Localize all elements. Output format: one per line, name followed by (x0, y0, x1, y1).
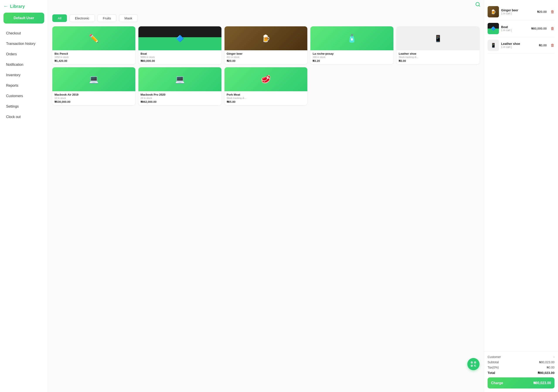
product-info: Boat 9986 in stock ₦80,000.00 (139, 50, 221, 64)
subtotal-row: Subtotal ₦80,023.00 (488, 360, 555, 364)
cart-item-name: Boat (501, 25, 529, 29)
product-stock: 24 in stock (140, 97, 219, 99)
product-price: ₦65.80 (227, 100, 305, 103)
cart-item-boat-cart: 🔷 Boat 1 in cart | ₦80,000.00 🗑 (488, 20, 555, 37)
product-info: Leather shoe Stock tracking di... ₦3.00 (396, 50, 480, 64)
product-price: ₦3.20 (313, 59, 391, 62)
sidebar-item-checkout[interactable]: Checkout (2, 28, 46, 38)
product-name: La roche-posay (313, 52, 391, 55)
product-price: ₦20.00 (227, 59, 305, 62)
product-info: Pork Meat Stock tracking di... ₦65.80 (225, 91, 307, 105)
sidebar-item-settings[interactable]: Settings (2, 102, 46, 111)
customer-row: Customer - (488, 355, 555, 359)
product-name: Boat (140, 52, 219, 55)
category-tabs: AllElectronicFruitsMask (52, 14, 480, 22)
product-price: ₦3.00 (399, 59, 477, 62)
cart-items: 🍺 Ginger beer 1 in cart | ₦20.00 🗑 🔷 Boa… (484, 0, 558, 351)
product-info: Bic Pencil 1950 in stock ₦1,420.00 (52, 50, 135, 64)
product-price: ₦962,000.00 (140, 100, 219, 103)
sidebar-item-transaction-history[interactable]: Transaction history (2, 39, 46, 49)
product-card-bic-pencil[interactable]: ✏️ Bic Pencil 1950 in stock ₦1,420.00 (52, 26, 135, 64)
sidebar-item-customers[interactable]: Customers (2, 91, 46, 101)
product-card-leather-shoe[interactable]: 📱 Leather shoe Stock tracking di... ₦3.0… (396, 26, 480, 64)
default-user-button[interactable]: Default User (3, 13, 44, 24)
cart-item-thumb: 🔷 (488, 23, 499, 34)
svg-rect-2 (471, 362, 472, 363)
product-name: Ginger beer (227, 52, 305, 55)
tab-electronic[interactable]: Electronic (70, 14, 95, 22)
sidebar-item-inventory[interactable]: Inventory (2, 70, 46, 80)
cart-delete-button[interactable]: 🗑 (551, 26, 555, 31)
product-stock: 411 in stock (227, 56, 305, 58)
tax-label: Tax(0%) (488, 366, 499, 369)
sidebar-item-orders[interactable]: Orders (2, 49, 46, 59)
svg-rect-4 (471, 365, 472, 366)
product-card-ginger-beer[interactable]: 🍺 Ginger beer 411 in stock ₦20.00 (225, 26, 307, 64)
sidebar-header: ← Library (0, 3, 48, 13)
scan-fab-button[interactable] (467, 358, 480, 370)
cart-item-name: Leather shoe (501, 42, 537, 45)
charge-button[interactable]: Charge ₦80,023.00 (488, 377, 555, 389)
cart-item-thumb: 📱 (488, 40, 499, 51)
cart-item-price: ₦80,000.00 (531, 27, 547, 30)
sidebar-title: Library (10, 4, 25, 9)
cart-delete-button[interactable]: 🗑 (551, 43, 555, 48)
tax-row: Tax(0%) ₦0.00 (488, 366, 555, 369)
product-name: Macbook Air 2019 (54, 93, 133, 96)
cart-summary: Customer - Subtotal ₦80,023.00 Tax(0%) ₦… (484, 351, 558, 392)
product-card-boat[interactable]: 🔷 Boat 9986 in stock ₦80,000.00 (139, 26, 221, 64)
cart-item-price: ₦3.00 (539, 43, 547, 47)
customer-label: Customer (488, 355, 501, 359)
product-grid: ✏️ Bic Pencil 1950 in stock ₦1,420.00 🔷 … (52, 26, 480, 105)
product-stock: 166 in stock (313, 56, 391, 58)
product-stock: 12 in stock (54, 97, 133, 99)
sidebar-item-reports[interactable]: Reports (2, 81, 46, 91)
charge-amount: ₦80,023.00 (533, 381, 551, 385)
product-card-la-roche-posay[interactable]: 🧴 La roche-posay 166 in stock ₦3.20 (310, 26, 393, 64)
sidebar-nav: CheckoutTransaction historyOrdersNotific… (0, 28, 48, 122)
product-price: ₦80,000.00 (140, 59, 219, 62)
main-content: AllElectronicFruitsMask ✏️ Bic Pencil 19… (48, 0, 484, 392)
cart-item-info: Leather shoe 1 in cart | (501, 42, 537, 49)
product-name: Macbook Pro 2020 (140, 93, 219, 96)
product-price: ₦530,000.00 (54, 100, 133, 103)
product-card-macbook-air-2019[interactable]: 💻 Macbook Air 2019 12 in stock ₦530,000.… (52, 67, 135, 105)
cart-delete-button[interactable]: 🗑 (551, 9, 555, 14)
total-row: Total ₦80,023.00 (488, 371, 555, 375)
subtotal-label: Subtotal (488, 360, 499, 364)
cart-item-thumb: 🍺 (488, 6, 499, 17)
product-info: Macbook Pro 2020 24 in stock ₦962,000.00 (139, 91, 221, 105)
product-stock: Stock tracking di... (399, 56, 477, 58)
tab-all[interactable]: All (52, 14, 67, 22)
cart-item-name: Ginger beer (501, 9, 535, 12)
sidebar: ← Library Default User CheckoutTransacti… (0, 0, 48, 392)
product-info: Ginger beer 411 in stock ₦20.00 (225, 50, 307, 64)
cart-item-leather-shoe-cart: 📱 Leather shoe 1 in cart | ₦3.00 🗑 (488, 37, 555, 54)
sidebar-item-notification[interactable]: Notification (2, 60, 46, 70)
product-card-pork-meat[interactable]: 🥩 Pork Meat Stock tracking di... ₦65.80 (225, 67, 307, 105)
svg-rect-3 (474, 362, 476, 363)
product-name: Pork Meat (227, 93, 305, 96)
cart-item-price: ₦20.00 (537, 10, 547, 14)
cart-item-qty: 1 in cart | (501, 29, 529, 32)
cart-panel: 🍺 Ginger beer 1 in cart | ₦20.00 🗑 🔷 Boa… (484, 0, 558, 392)
product-info: Macbook Air 2019 12 in stock ₦530,000.00 (52, 91, 135, 105)
cart-item-info: Boat 1 in cart | (501, 25, 529, 32)
cart-item-ginger-beer-cart: 🍺 Ginger beer 1 in cart | ₦20.00 🗑 (488, 3, 555, 20)
charge-label: Charge (491, 381, 503, 385)
product-stock: 9986 in stock (140, 56, 219, 58)
tax-value: ₦0.00 (547, 366, 555, 369)
sidebar-item-clock-out[interactable]: Clock out (2, 112, 46, 122)
svg-line-1 (479, 5, 480, 6)
search-icon[interactable] (475, 2, 480, 8)
cart-item-info: Ginger beer 1 in cart | (501, 9, 535, 15)
cart-item-qty: 1 in cart | (501, 12, 535, 15)
back-icon[interactable]: ← (3, 3, 8, 9)
tab-fruits[interactable]: Fruits (97, 14, 117, 22)
product-info: La roche-posay 166 in stock ₦3.20 (310, 50, 393, 64)
product-name: Bic Pencil (54, 52, 133, 55)
product-card-macbook-pro-2020[interactable]: 💻 Macbook Pro 2020 24 in stock ₦962,000.… (139, 67, 221, 105)
total-label: Total (488, 371, 495, 375)
tab-mask[interactable]: Mask (119, 14, 138, 22)
product-stock: 1950 in stock (54, 56, 133, 58)
